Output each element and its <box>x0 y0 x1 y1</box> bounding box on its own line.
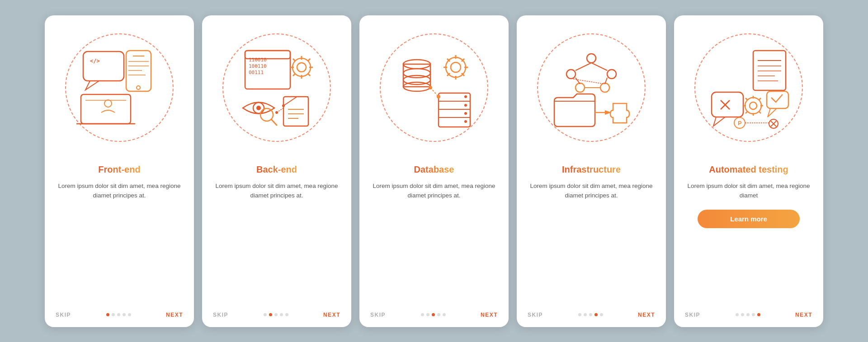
frontend-body: Lorem ipsum dolor sit dim amet, mea regi… <box>56 181 183 201</box>
svg-text:100110: 100110 <box>249 63 267 69</box>
backend-dots <box>264 313 288 316</box>
infrastructure-footer: SKIP NEXT <box>517 307 666 318</box>
database-dots <box>421 313 446 316</box>
database-title: Database <box>414 164 454 175</box>
svg-point-67 <box>566 70 576 79</box>
card-backend: 110010 100110 00111 <box>202 15 351 327</box>
database-skip-btn[interactable]: SKIP <box>370 312 386 318</box>
card-infrastructure: Infrastructure Lorem ipsum dolor sit dim… <box>517 15 666 327</box>
svg-line-25 <box>293 59 295 61</box>
backend-icon: 110010 100110 00111 <box>231 42 322 133</box>
automated-testing-next-btn[interactable]: NEXT <box>795 312 812 318</box>
infrastructure-icon <box>546 42 637 133</box>
svg-line-99 <box>759 98 761 100</box>
svg-point-20 <box>297 63 306 72</box>
dot-1 <box>584 313 587 316</box>
svg-text:P: P <box>738 120 742 126</box>
svg-point-92 <box>750 102 757 109</box>
svg-line-39 <box>277 108 283 112</box>
backend-body: Lorem ipsum dolor sit dim amet, mea regi… <box>213 181 340 201</box>
dot-4 <box>443 313 446 316</box>
card-frontend: </> <box>45 15 194 327</box>
backend-illustration: 110010 100110 00111 <box>202 15 351 160</box>
dot-0 <box>106 313 109 316</box>
learn-more-button[interactable]: Learn more <box>698 210 800 228</box>
frontend-icon: </> <box>74 42 165 133</box>
automated-testing-content: Automated testing Lorem ipsum dolor sit … <box>674 160 823 307</box>
cards-container: </> <box>27 2 841 341</box>
dot-0 <box>578 313 581 316</box>
dot-4 <box>600 313 603 316</box>
svg-line-63 <box>430 88 439 97</box>
svg-line-98 <box>759 112 761 113</box>
svg-point-64 <box>429 86 432 89</box>
svg-line-73 <box>576 78 580 84</box>
backend-skip-btn[interactable]: SKIP <box>213 312 228 318</box>
dot-3 <box>752 313 755 316</box>
svg-point-91 <box>745 98 761 114</box>
database-next-btn[interactable]: NEXT <box>481 312 498 318</box>
frontend-title: Front-end <box>98 164 140 175</box>
svg-rect-3 <box>126 51 151 91</box>
dot-4 <box>128 313 131 316</box>
dot-0 <box>264 313 267 316</box>
database-content: Database Lorem ipsum dolor sit dim amet,… <box>359 160 509 307</box>
svg-point-60 <box>464 104 467 107</box>
backend-footer: SKIP NEXT <box>202 307 351 318</box>
dot-1 <box>112 313 115 316</box>
card-database: Database Lorem ipsum dolor sit dim amet,… <box>359 15 509 327</box>
infrastructure-title: Infrastructure <box>562 164 621 175</box>
dot-2 <box>746 313 750 316</box>
frontend-next-btn[interactable]: NEXT <box>166 312 183 318</box>
backend-title: Back-end <box>256 164 297 175</box>
svg-text:110010: 110010 <box>249 57 267 63</box>
svg-point-68 <box>607 70 616 79</box>
svg-point-46 <box>451 62 461 72</box>
svg-point-62 <box>464 120 467 123</box>
automated-testing-illustration: P <box>674 15 823 160</box>
dot-1 <box>741 313 744 316</box>
automated-testing-skip-btn[interactable]: SKIP <box>685 312 700 318</box>
svg-text:00111: 00111 <box>249 70 264 75</box>
dot-3 <box>437 313 440 316</box>
infrastructure-dots <box>578 313 603 316</box>
svg-text:</>: </> <box>90 58 100 64</box>
database-icon-area <box>389 42 479 133</box>
automated-testing-dots <box>736 313 760 316</box>
svg-line-72 <box>591 63 607 70</box>
frontend-icon-area: </> <box>74 42 165 133</box>
dot-2 <box>274 313 278 316</box>
infrastructure-next-btn[interactable]: NEXT <box>638 312 655 318</box>
backend-content: Back-end Lorem ipsum dolor sit dim amet,… <box>202 160 351 307</box>
svg-line-76 <box>571 79 605 84</box>
svg-point-30 <box>256 106 261 110</box>
svg-line-28 <box>293 74 295 76</box>
svg-point-69 <box>576 83 585 92</box>
svg-point-61 <box>464 112 467 115</box>
frontend-footer: SKIP NEXT <box>45 307 194 318</box>
backend-next-btn[interactable]: NEXT <box>323 312 340 318</box>
dot-0 <box>421 313 424 316</box>
dot-2 <box>117 313 120 316</box>
card-automated-testing: P Automated testing Lorem ipsum dolor si… <box>674 15 823 327</box>
infrastructure-skip-btn[interactable]: SKIP <box>528 312 543 318</box>
svg-point-70 <box>600 83 609 92</box>
dot-2 <box>589 313 592 316</box>
svg-point-59 <box>464 95 467 98</box>
automated-testing-icon-area: P <box>703 42 794 133</box>
automated-testing-footer: SKIP NEXT <box>674 307 823 318</box>
svg-rect-33 <box>283 97 308 126</box>
database-illustration <box>359 15 509 160</box>
svg-line-97 <box>745 98 747 100</box>
svg-rect-87 <box>712 92 743 117</box>
backend-icon-area: 110010 100110 00111 <box>231 42 322 133</box>
svg-line-26 <box>308 74 310 76</box>
dot-1 <box>426 313 429 316</box>
automated-testing-body: Lorem ipsum dolor sit dim amet, mea regi… <box>685 181 812 201</box>
automated-testing-icon: P <box>703 42 794 133</box>
database-footer: SKIP NEXT <box>359 307 509 318</box>
frontend-skip-btn[interactable]: SKIP <box>56 312 71 318</box>
dot-4 <box>285 313 288 316</box>
svg-point-4 <box>137 86 140 89</box>
frontend-content: Front-end Lorem ipsum dolor sit dim amet… <box>45 160 194 307</box>
